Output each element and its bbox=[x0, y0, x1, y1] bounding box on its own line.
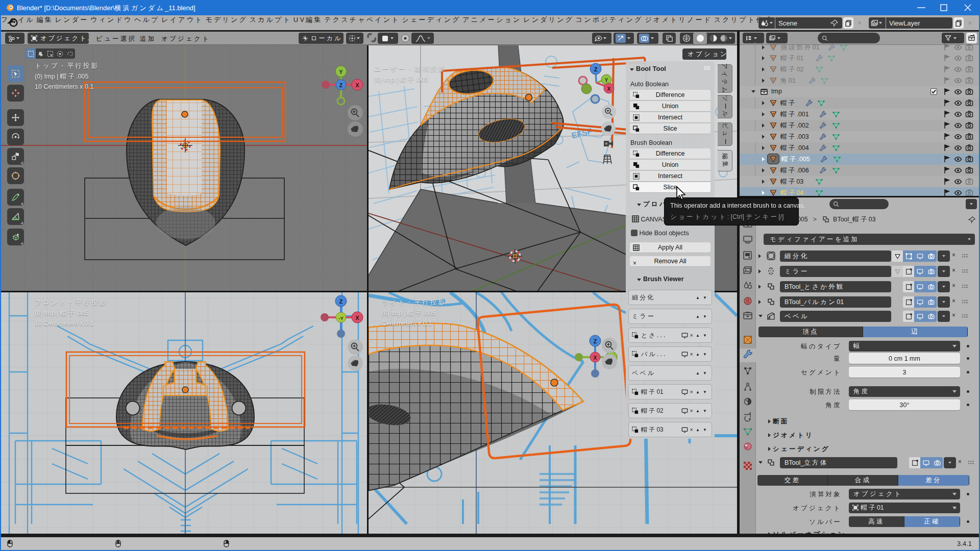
svg-text:X: X bbox=[593, 355, 597, 361]
svg-text:Z: Z bbox=[339, 298, 343, 305]
svg-text:X: X bbox=[355, 315, 359, 321]
svg-text:Y: Y bbox=[339, 69, 343, 75]
svg-text:-Y: -Y bbox=[338, 315, 344, 321]
svg-text:X: X bbox=[355, 82, 359, 88]
svg-text:Z: Z bbox=[594, 338, 597, 344]
svg-text:Y: Y bbox=[605, 78, 608, 83]
svg-text:X: X bbox=[607, 86, 611, 92]
svg-text:Z: Z bbox=[594, 66, 598, 72]
svg-text:Z: Z bbox=[339, 82, 343, 88]
